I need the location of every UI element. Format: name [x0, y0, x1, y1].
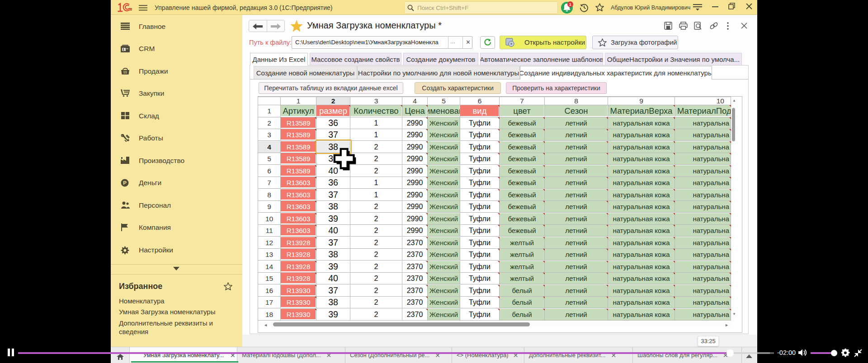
svg-text:1: 1: [569, 2, 572, 7]
svg-text:P: P: [123, 180, 127, 186]
